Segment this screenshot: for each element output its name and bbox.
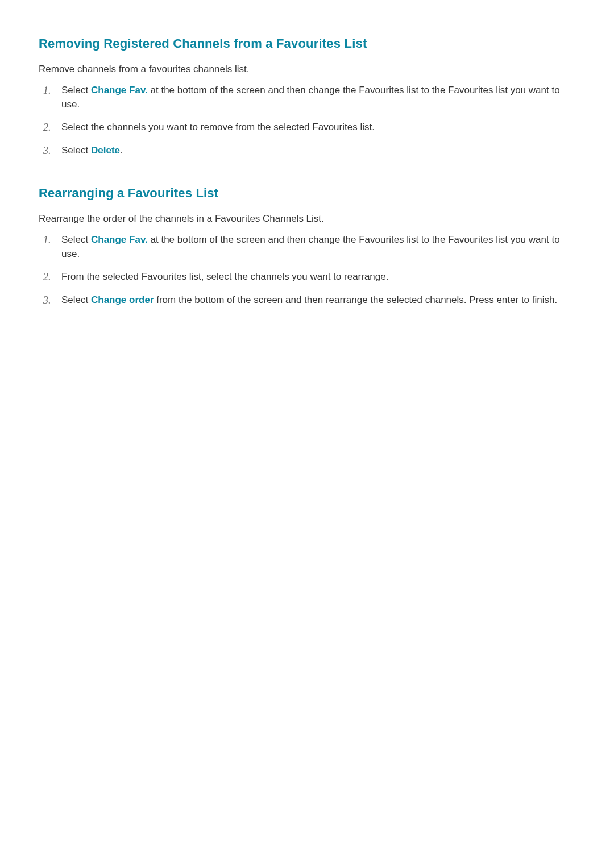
text-fragment: Select <box>61 234 91 245</box>
step-text: From the selected Favourites list, selec… <box>61 269 575 284</box>
text-fragment: Select <box>61 294 91 305</box>
step-text: Select Change Fav. at the bottom of the … <box>61 232 575 261</box>
ui-label: Delete <box>91 145 120 156</box>
section-intro: Remove channels from a favourites channe… <box>39 63 575 76</box>
steps-list: 1.Select Change Fav. at the bottom of th… <box>39 83 575 159</box>
step-item: 3.Select Change order from the bottom of… <box>43 293 575 308</box>
text-fragment: From the selected Favourites list, selec… <box>61 271 388 282</box>
step-number: 1. <box>43 83 61 98</box>
section: Rearranging a Favourites ListRearrange t… <box>39 186 575 308</box>
text-fragment: Select <box>61 85 91 95</box>
step-text: Select Change order from the bottom of t… <box>61 293 575 308</box>
section: Removing Registered Channels from a Favo… <box>39 36 575 159</box>
step-number: 2. <box>43 269 61 285</box>
step-number: 3. <box>43 293 61 308</box>
step-text: Select Change Fav. at the bottom of the … <box>61 83 575 112</box>
step-item: 2.Select the channels you want to remove… <box>43 120 575 135</box>
text-fragment: from the bottom of the screen and then r… <box>154 294 558 305</box>
section-title: Removing Registered Channels from a Favo… <box>39 36 575 51</box>
step-item: 2.From the selected Favourites list, sel… <box>43 269 575 285</box>
document-content: Removing Registered Channels from a Favo… <box>39 36 575 308</box>
step-number: 1. <box>43 232 61 248</box>
ui-label: Change order <box>91 294 154 305</box>
ui-label: Change Fav. <box>91 234 148 245</box>
text-fragment: Select the channels you want to remove f… <box>61 122 375 132</box>
section-intro: Rearrange the order of the channels in a… <box>39 212 575 226</box>
steps-list: 1.Select Change Fav. at the bottom of th… <box>39 232 575 308</box>
ui-label: Change Fav. <box>91 85 148 95</box>
text-fragment: Select <box>61 145 91 156</box>
step-item: 1.Select Change Fav. at the bottom of th… <box>43 83 575 112</box>
step-number: 3. <box>43 143 61 159</box>
text-fragment: . <box>120 145 123 156</box>
section-title: Rearranging a Favourites List <box>39 186 575 201</box>
step-item: 3.Select Delete. <box>43 143 575 159</box>
step-number: 2. <box>43 120 61 135</box>
step-text: Select Delete. <box>61 143 575 158</box>
step-item: 1.Select Change Fav. at the bottom of th… <box>43 232 575 261</box>
step-text: Select the channels you want to remove f… <box>61 120 575 135</box>
